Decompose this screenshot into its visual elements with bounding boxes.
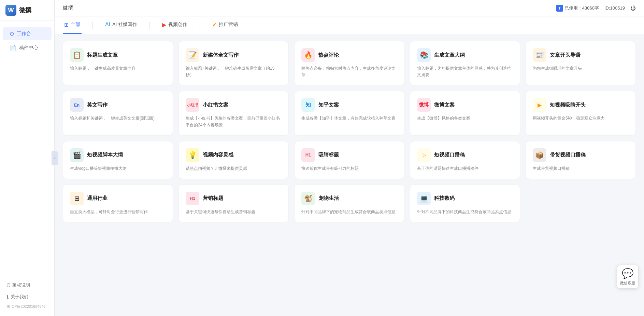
card-english-title: 英文写作 [87,102,108,108]
tab-marketing-icon: ✔ [212,22,217,28]
topbar-right: T 已使用：43060字 ID:100519 ⏻ [556,5,636,12]
card-video-outline-icon: 🎬 [70,148,84,162]
card-tech-icon: 💻 [417,192,431,205]
card-xhs-desc: 生成【小红书】风格的各类文案，目前已覆盖小红书平台的24个内容场景 [186,115,282,128]
card-live-icon: 📦 [533,148,546,162]
card-outline-desc: 输入标题，为您提供文章主体的灵感，并为其创造推文摘要 [417,65,513,78]
card-eye-catching-title[interactable]: H1 吸睛标题 快速帮你生成带有吸引力的标题 [294,141,404,179]
tab-divider-2 [149,22,150,29]
tab-marketing-label: 推广营销 [219,22,238,28]
tab-video-icon: ▶ [162,22,166,28]
card-hot-desc: 踏热点必备：粘贴实时热点内容，生成多角度评论文章 [301,65,397,78]
card-video-hook-title: 短视频吸睛开头 [550,102,586,108]
card-article-intro[interactable]: 📰 文章开头导语 为您生成抓眼球的文章开头 [526,41,636,85]
card-video-inspiration[interactable]: 💡 视频内容灵感 踏热点拍视频？让微撰来提供灵感 [178,141,289,179]
card-newmedia-title: 新媒体全文写作 [203,52,239,58]
card-tech-digital[interactable]: 💻 科技数码 针对不同品牌下的科技商品生成符合该商品卖点信息 [410,184,520,222]
tab-video[interactable]: ▶ 视频创作 [161,16,189,34]
card-short-video-hook[interactable]: ▶ 短视频吸睛开头 用视频开头的黄金5秒，稳定观众注意力 [526,91,636,135]
card-tech-desc: 针对不同品牌下的科技商品生成符合该商品卖点信息 [417,209,513,215]
card-video-hook-desc: 用视频开头的黄金5秒，稳定观众注意力 [533,115,629,122]
tab-social-label: AI 社媒写作 [112,22,137,28]
card-xhs-title: 小红书文案 [203,102,228,108]
sidebar-about[interactable]: ℹ 关于我们 [3,291,52,303]
workspace-icon: ⊙ [10,30,14,37]
card-weibo-title: 微博文案 [434,102,455,108]
card-hot-title: 热点评论 [318,52,339,58]
card-zhihu[interactable]: 知 知乎文案 生成各类【知乎】体文章，有效完成软植入种草文案 [294,91,404,135]
sidebar-nav: ⊙ 工作台 📄 稿件中心 [0,21,54,275]
card-newmedia-icon: 📝 [186,48,199,62]
card-pet-title: 宠物生活 [318,195,339,202]
card-intro-icon: 📰 [533,48,546,62]
card-inspiration-title: 视频内容灵感 [203,152,233,158]
icp-text: 蜀ICP备2022016846号 [3,303,52,312]
card-zhihu-desc: 生成各类【知乎】体文章，有效完成软植入种草文案 [301,115,397,122]
card-inspiration-desc: 踏热点拍视频？让微撰来提供灵感 [186,165,282,172]
card-zhihu-icon: 知 [301,98,315,112]
sidebar: W 微撰 ⊙ 工作台 📄 稿件中心 © 版权说明 ℹ 关于我们 蜀ICP备202… [0,0,55,316]
tab-social[interactable]: AI AI 社媒写作 [104,16,139,34]
card-weibo-icon: 微博 [417,98,431,112]
card-inspiration-icon: 💡 [186,148,199,162]
wechat-label: 微信客服 [620,280,635,286]
card-english-writing[interactable]: En 英文写作 输入标题和关键词，一键生成英文文章(测试版) [63,91,173,135]
card-tech-title: 科技数码 [434,195,455,202]
sidebar-copyright[interactable]: © 版权说明 [3,279,52,291]
sidebar-item-drafts[interactable]: 📄 稿件中心 [3,41,52,54]
cards-grid: 📋 标题生成文章 输入标题，一键生成高质量文章内容 📝 新媒体全文写作 输入标题… [63,41,636,222]
card-newmedia-desc: 输入标题+关键词，一键准确生成所需文章（约15秒） [186,65,282,78]
card-outline-icon: 📚 [417,48,431,62]
card-marketing-title-desc: 基于关键词快速帮你自动生成营销标题 [186,209,282,215]
card-intro-desc: 为您生成抓眼球的文章开头 [533,65,629,72]
wechat-float-button[interactable]: 💬 微信客服 [617,265,639,289]
card-weibo-desc: 生成【微博】风格的各类文案 [417,115,513,122]
tab-marketing[interactable]: ✔ 推广营销 [211,16,239,34]
tab-divider-1 [92,22,93,29]
card-hot-comment[interactable]: 🔥 热点评论 踏热点必备：粘贴实时热点内容，生成多角度评论文章 [294,41,404,85]
sidebar-toggle[interactable]: ‹ [52,151,58,165]
card-title-article-icon: 📋 [70,48,84,62]
card-title-article[interactable]: 📋 标题生成文章 输入标题，一键生成高质量文章内容 [63,41,173,85]
card-general-industry[interactable]: ⊞ 通用行业 垂直类大模型，可针对全行业进行营销写作 [63,184,173,222]
card-live-script[interactable]: 📦 带货视频口播稿 生成带货视频口播稿 [526,141,636,179]
card-short-video-outline[interactable]: 🎬 短视频脚本大纲 生成vlog口播等短视频拍摄大纲 [63,141,173,179]
logout-icon[interactable]: ⏻ [630,5,636,11]
card-marketing-title[interactable]: H1 营销标题 基于关键词快速帮你自动生成营销标题 [178,184,289,222]
usage-label: 已使用：43060字 [564,5,599,11]
card-short-video-script[interactable]: ▷ 短视频口播稿 基于你的话题快速生成口播播稿件 [410,141,520,179]
card-english-icon: En [70,98,84,112]
card-script-icon: ▷ [417,148,431,162]
card-video-outline-title: 短视频脚本大纲 [87,152,123,158]
card-xiaohongshu[interactable]: 小红书 小红书文案 生成【小红书】风格的各类文案，目前已覆盖小红书平台的24个内… [178,91,289,135]
card-pet-life[interactable]: 🐒 宠物生活 针对不同品牌下的宠物商品生成符合该商品卖点信息 [294,184,404,222]
tab-all-label: 全部 [71,22,80,28]
tab-social-icon: AI [105,22,110,28]
card-video-outline-desc: 生成vlog口播等短视频拍摄大纲 [70,165,166,172]
card-eye-catching-desc: 快速帮你生成带有吸引力的标题 [301,165,397,172]
card-outline-title: 生成文章大纲 [434,52,465,58]
tab-all[interactable]: ⊞ 全部 [63,16,82,34]
card-pet-desc: 针对不同品牌下的宠物商品生成符合该商品卖点信息 [301,209,397,215]
card-general-title: 通用行业 [87,195,108,202]
card-article-outline[interactable]: 📚 生成文章大纲 输入标题，为您提供文章主体的灵感，并为其创造推文摘要 [410,41,520,85]
card-title-article-desc: 输入标题，一键生成高质量文章内容 [70,65,166,72]
card-marketing-title-icon: H1 [186,192,199,205]
card-intro-title: 文章开头导语 [550,52,581,58]
sidebar-item-workspace[interactable]: ⊙ 工作台 [3,27,52,40]
card-live-desc: 生成带货视频口播稿 [533,165,629,172]
card-title-article-title: 标题生成文章 [87,52,118,58]
topbar: 微撰 T 已使用：43060字 ID:100519 ⏻ [55,0,644,16]
logo-text: 微撰 [19,6,31,14]
card-general-desc: 垂直类大模型，可针对全行业进行营销写作 [70,209,166,215]
sidebar-item-drafts-label: 稿件中心 [19,45,38,51]
card-eye-catching-title-label: 吸睛标题 [318,152,339,158]
t-icon: T [556,5,563,12]
card-general-icon: ⊞ [70,192,84,205]
card-weibo[interactable]: 微博 微博文案 生成【微博】风格的各类文案 [410,91,520,135]
card-newmedia-writing[interactable]: 📝 新媒体全文写作 输入标题+关键词，一键准确生成所需文章（约15秒） [178,41,289,85]
user-id: ID:100519 [604,5,625,11]
card-xhs-icon: 小红书 [186,98,199,112]
logo-w-icon: W [5,5,16,16]
main: 微撰 T 已使用：43060字 ID:100519 ⏻ ⊞ 全部 AI AI 社… [55,0,644,316]
